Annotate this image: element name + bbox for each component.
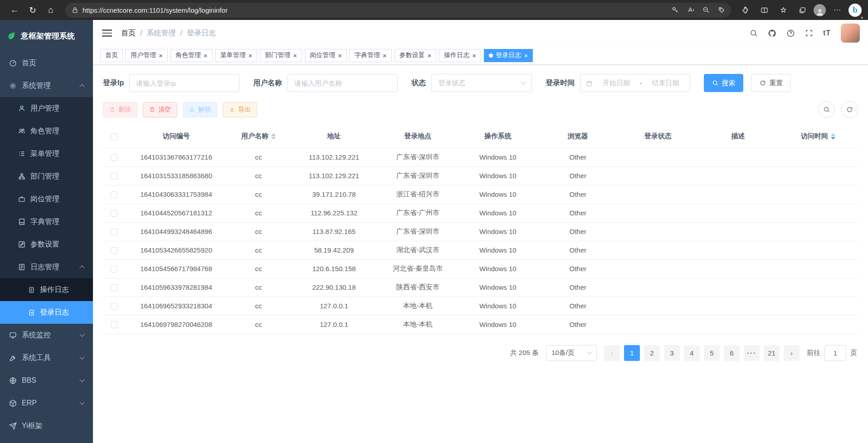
table-row[interactable]: 1641044520567181312 cc 112.96.225.132 广东… [103,204,858,222]
row-checkbox[interactable] [111,303,117,310]
sidebar-item-post-management[interactable]: 岗位管理 [0,188,93,210]
page-button-21[interactable]: 21 [764,345,780,361]
row-checkbox[interactable] [111,173,117,180]
row-checkbox[interactable] [111,210,117,217]
sidebar-item-dict-management[interactable]: 字典管理 [0,210,93,233]
page-button-5[interactable]: 5 [704,345,720,361]
url-text[interactable]: https://ccnetcore.com:1101/system/log/lo… [83,6,228,14]
table-row[interactable]: 1641044993248464896 cc 113.87.92.165 广东省… [103,222,858,241]
table-row[interactable]: 1641054566717984768 cc 120.6.150.158 河北省… [103,259,858,278]
bing-copilot-icon[interactable]: b ▾ [848,4,862,17]
user-menu[interactable] [841,24,859,43]
sidebar-item-system-tools[interactable]: 系统工具 [0,346,93,369]
tab-menu-management[interactable]: 菜单管理× [215,49,258,62]
table-row[interactable]: 1641031367863177216 cc 113.102.129.221 广… [103,148,858,166]
more-pages-button[interactable]: ··· [744,345,760,361]
sidebar-item-operation-log[interactable]: 操作日志 [0,278,93,301]
sidebar-item-yi-framework[interactable]: Yi框架 [0,414,93,437]
tab-role-management[interactable]: 角色管理× [171,49,213,62]
tab-post-management[interactable]: 岗位管理× [305,49,347,62]
page-button-3[interactable]: 3 [664,345,680,361]
zoom-out-icon[interactable] [699,4,713,16]
table-row[interactable]: 1641069798270046208 cc 127.0.0.1 本地-本机 W… [103,315,858,334]
goto-page-input[interactable] [824,345,846,361]
table-row[interactable]: 1641031533185863680 cc 113.102.129.221 广… [103,166,858,185]
export-button[interactable]: 导出 [223,102,257,117]
tab-dept-management[interactable]: 部门管理× [260,49,302,62]
close-icon[interactable]: × [338,52,342,59]
delete-button[interactable]: 删除 [103,102,137,117]
table-row[interactable]: 1641053426655825920 cc 58.19.42.209 湖北省-… [103,241,858,259]
row-checkbox[interactable] [111,247,117,254]
table-row[interactable]: 1641043063331753984 cc 39.171.210.78 浙江省… [103,185,858,204]
select-all-checkbox[interactable] [111,134,117,141]
prev-page-button[interactable]: ‹ [604,345,620,361]
header-search-icon[interactable] [750,29,758,37]
sidebar-item-role-management[interactable]: 角色管理 [0,120,93,142]
tab-user-management[interactable]: 用户管理× [126,49,168,62]
tab-dict-management[interactable]: 字典管理× [350,49,392,62]
row-checkbox[interactable] [111,191,117,198]
date-range-picker[interactable]: 开始日期 - 结束日期 [580,74,690,92]
login-ip-input[interactable] [129,74,239,92]
sort-icons[interactable] [271,133,276,140]
page-button-6[interactable]: 6 [724,345,740,361]
help-icon[interactable] [786,29,795,38]
next-page-button[interactable]: › [784,345,800,361]
page-button-2[interactable]: 2 [644,345,660,361]
row-checkbox[interactable] [111,321,117,328]
browser-profile-avatar[interactable] [814,4,826,16]
refresh-table-button[interactable] [841,101,858,118]
page-button-1[interactable]: 1 [624,345,640,361]
row-checkbox[interactable] [111,229,117,235]
show-search-button[interactable] [818,101,835,118]
tab-operation-log[interactable]: 操作日志× [439,49,481,62]
app-logo[interactable]: 意框架管理系统 [0,20,93,52]
fullscreen-icon[interactable] [805,29,813,37]
github-icon[interactable] [768,29,776,38]
clear-button[interactable]: 清空 [143,102,177,117]
close-icon[interactable]: × [472,52,476,59]
password-key-icon[interactable] [668,4,682,16]
sidebar-item-menu-management[interactable]: 菜单管理 [0,142,93,165]
col-visit-time[interactable]: 访问时间 [778,125,858,148]
col-user-name[interactable]: 用户名称 [227,125,290,148]
page-button-4[interactable]: 4 [684,345,700,361]
sidebar-item-system-monitor[interactable]: 系统监控 [0,324,93,346]
sort-icons[interactable] [831,133,835,140]
browser-back-icon[interactable]: ← [6,2,23,18]
table-row[interactable]: 1641069652933218304 cc 127.0.0.1 本地-本机 W… [103,297,858,315]
sidebar-item-user-management[interactable]: 用户管理 [0,97,93,120]
status-select[interactable]: 登录状态 [431,74,532,92]
font-size-icon[interactable]: tT [823,29,831,37]
extensions-icon[interactable] [737,3,753,17]
user-name-input[interactable] [288,74,398,92]
search-button[interactable]: 搜索 [704,74,743,92]
close-icon[interactable]: × [204,52,208,59]
close-icon[interactable]: × [524,52,528,59]
tab-param-settings[interactable]: 参数设置× [395,49,437,62]
close-icon[interactable]: × [249,52,253,59]
tab-home[interactable]: 首页 [100,49,123,62]
row-checkbox[interactable] [111,266,117,273]
row-checkbox[interactable] [111,284,117,291]
close-icon[interactable]: × [159,52,163,59]
row-checkbox[interactable] [111,154,117,161]
user-avatar[interactable] [841,24,860,43]
table-row[interactable]: 1641059633978281984 cc 222.90.130.18 陕西省… [103,278,858,297]
breadcrumb-home[interactable]: 首页 [121,29,136,38]
address-bar[interactable]: https://ccnetcore.com:1101/system/log/lo… [65,3,731,18]
read-aloud-icon[interactable] [684,4,697,16]
page-size-select[interactable]: 10条/页 [546,345,597,361]
tab-login-log[interactable]: 登录日志× [484,49,533,62]
browser-home-icon[interactable]: ⌂ [43,2,59,18]
close-icon[interactable]: × [293,52,297,59]
reset-button[interactable]: 重置 [751,74,791,92]
sidebar-item-log-management[interactable]: 日志管理 [0,256,93,278]
settings-menu-icon[interactable]: ··· [829,3,845,17]
sidebar-item-home[interactable]: 首页 [0,52,93,74]
close-icon[interactable]: × [428,52,432,59]
split-screen-icon[interactable] [756,3,772,17]
collections-icon[interactable] [795,3,810,17]
browser-reload-icon[interactable]: ↻ [24,2,41,18]
